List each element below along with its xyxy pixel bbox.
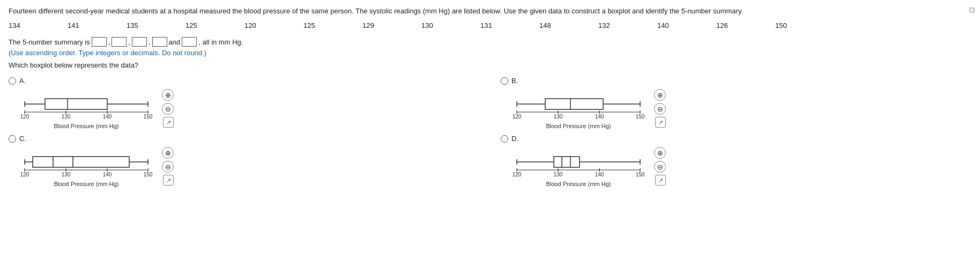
option-a-chart-wrap: 120 130 140 150 Blood Pressure ( — [14, 88, 479, 129]
option-b-label: B. — [511, 77, 518, 85]
svg-text:150: 150 — [636, 172, 645, 177]
data-val-5: 120 — [244, 21, 303, 29]
radio-b[interactable] — [501, 77, 508, 85]
svg-rect-11 — [45, 99, 107, 109]
option-d-block: D. 120 130 140 150 — [501, 135, 971, 187]
option-b-header[interactable]: B. — [501, 77, 971, 85]
comma-1: , — [108, 38, 110, 46]
svg-text:120: 120 — [20, 172, 29, 177]
option-b-zoom: ⊕ ⊖ ↗ — [654, 88, 666, 128]
option-a-xlabel: Blood Pressure (mm Hg) — [14, 123, 159, 129]
svg-text:150: 150 — [144, 114, 153, 120]
data-val-9: 131 — [480, 21, 539, 29]
svg-text:130: 130 — [554, 172, 563, 177]
zoom-out-d[interactable]: ⊖ — [654, 161, 666, 173]
option-d-chart: 120 130 140 150 Blood Pressure (mm Hg) — [506, 146, 651, 187]
option-c-chart: 120 130 140 150 Blood Pressure (mm Hg) — [14, 146, 159, 187]
boxplot-d-svg: 120 130 140 150 — [506, 146, 651, 178]
svg-text:140: 140 — [595, 172, 604, 177]
zoom-in-b[interactable]: ⊕ — [654, 89, 666, 101]
which-question: Which boxplot below represents the data? — [9, 61, 971, 69]
data-val-12: 140 — [657, 21, 716, 29]
summary-prefix: The 5-number summary is — [9, 38, 90, 46]
option-a-block: A. 120 130 140 150 — [9, 77, 479, 129]
export-a[interactable]: ↗ — [163, 117, 174, 128]
option-b-xlabel: Blood Pressure (mm Hg) — [506, 123, 651, 129]
svg-text:120: 120 — [513, 172, 522, 177]
summary-input-1[interactable] — [92, 37, 107, 47]
summary-input-3[interactable] — [132, 37, 147, 47]
option-b-block: B. 120 130 140 150 — [501, 77, 971, 129]
radio-c[interactable] — [9, 135, 16, 143]
option-d-xlabel: Blood Pressure (mm Hg) — [506, 181, 651, 187]
data-val-10: 148 — [539, 21, 598, 29]
summary-input-5[interactable] — [182, 37, 197, 47]
option-c-zoom: ⊕ ⊖ ↗ — [162, 146, 174, 186]
option-c-xlabel: Blood Pressure (mm Hg) — [14, 181, 159, 187]
option-a-header[interactable]: A. — [9, 77, 479, 85]
radio-d[interactable] — [501, 135, 508, 143]
boxplot-b-svg: 120 130 140 150 — [506, 88, 651, 120]
option-c-chart-wrap: 120 130 140 150 Blood Pressure (mm Hg) — [14, 146, 479, 187]
data-val-7: 129 — [362, 21, 421, 29]
options-grid: A. 120 130 140 150 — [9, 77, 971, 187]
zoom-out-c[interactable]: ⊖ — [162, 161, 174, 173]
option-c-block: C. 120 130 140 150 — [9, 135, 479, 187]
option-d-label: D. — [511, 135, 518, 143]
summary-input-4[interactable] — [152, 37, 167, 47]
data-val-1: 134 — [9, 21, 68, 29]
export-b[interactable]: ↗ — [655, 117, 666, 128]
data-val-4: 125 — [185, 21, 244, 29]
svg-rect-41 — [33, 157, 129, 167]
option-a-chart: 120 130 140 150 Blood Pressure ( — [14, 88, 159, 129]
zoom-in-d[interactable]: ⊕ — [654, 147, 666, 159]
and-label: and — [169, 38, 181, 46]
data-row: 134 141 135 125 120 125 129 130 131 148 … — [9, 21, 971, 29]
svg-text:140: 140 — [595, 114, 604, 120]
scroll-indicator: ⧉ — [969, 5, 975, 15]
export-d[interactable]: ↗ — [655, 175, 666, 186]
svg-text:150: 150 — [636, 114, 645, 120]
data-val-8: 130 — [421, 21, 480, 29]
svg-rect-57 — [554, 157, 580, 167]
problem-statement: Fourteen different second-year medical s… — [9, 6, 971, 16]
boxplot-a-svg: 120 130 140 150 — [14, 88, 159, 120]
summary-input-2[interactable] — [112, 37, 127, 47]
svg-text:150: 150 — [144, 172, 153, 177]
comma-3: , — [149, 38, 151, 46]
option-c-label: C. — [19, 135, 26, 143]
export-c[interactable]: ↗ — [163, 175, 174, 186]
data-val-11: 132 — [598, 21, 657, 29]
boxplot-c-svg: 120 130 140 150 — [14, 146, 159, 178]
summary-suffix: , all in mm Hg. — [198, 38, 243, 46]
data-val-2: 141 — [68, 21, 127, 29]
option-a-label: A. — [19, 77, 26, 85]
zoom-in-a[interactable]: ⊕ — [162, 89, 174, 101]
svg-text:130: 130 — [62, 114, 71, 120]
svg-text:140: 140 — [103, 172, 112, 177]
zoom-out-b[interactable]: ⊖ — [654, 103, 666, 115]
zoom-in-c[interactable]: ⊕ — [162, 147, 174, 159]
option-b-chart: 120 130 140 150 Blood Pressure (mm Hg) — [506, 88, 651, 129]
radio-a[interactable] — [9, 77, 16, 85]
summary-line: The 5-number summary is , , , and , all … — [9, 37, 971, 47]
option-c-header[interactable]: C. — [9, 135, 479, 143]
svg-text:130: 130 — [62, 172, 71, 177]
zoom-out-a[interactable]: ⊖ — [162, 103, 174, 115]
svg-text:130: 130 — [554, 114, 563, 120]
option-d-chart-wrap: 120 130 140 150 Blood Pressure (mm Hg) — [506, 146, 971, 187]
option-d-zoom: ⊕ ⊖ ↗ — [654, 146, 666, 186]
svg-text:140: 140 — [103, 114, 112, 120]
option-d-header[interactable]: D. — [501, 135, 971, 143]
svg-text:120: 120 — [513, 114, 522, 120]
option-b-chart-wrap: 120 130 140 150 Blood Pressure (mm Hg) ⊕ — [506, 88, 971, 129]
data-val-6: 125 — [303, 21, 362, 29]
hint-text: (Use ascending order. Type integers or d… — [9, 49, 971, 57]
option-a-zoom: ⊕ ⊖ ↗ — [162, 88, 174, 128]
svg-text:120: 120 — [20, 114, 29, 120]
data-val-3: 135 — [127, 21, 185, 29]
data-val-13: 126 — [716, 21, 775, 29]
comma-2: , — [128, 38, 130, 46]
data-val-14: 150 — [775, 21, 834, 29]
svg-rect-26 — [545, 99, 603, 109]
